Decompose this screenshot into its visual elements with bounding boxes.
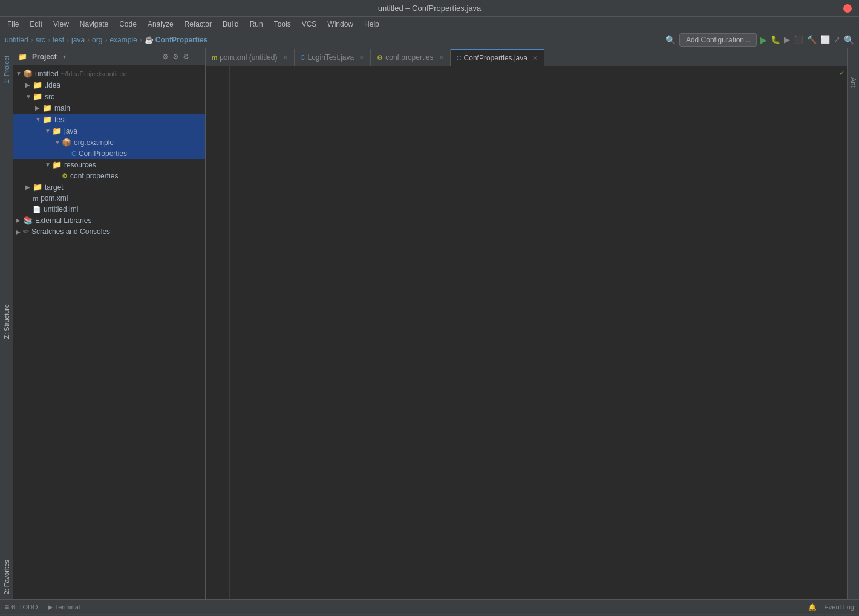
tree-item-scratches[interactable]: ▶ ✏ Scratches and Consoles <box>13 226 205 237</box>
tab-icon-pom: m <box>212 54 217 61</box>
tab-close-pom[interactable]: ✕ <box>283 54 288 62</box>
tab-label-pom: pom.xml (untitled) <box>220 53 277 62</box>
search-everywhere-icon[interactable]: 🔍 <box>665 35 676 45</box>
terminal-label: Terminal <box>55 603 80 611</box>
close-button[interactable] <box>843 4 852 13</box>
menu-navigate[interactable]: Navigate <box>75 19 113 30</box>
menu-build[interactable]: Build <box>218 19 244 30</box>
run-button[interactable]: ▶ <box>760 35 767 45</box>
tree-arrow-idea: ▶ <box>25 82 31 88</box>
tab-close-confproperties[interactable]: ✕ <box>532 54 538 62</box>
tab-logintest[interactable]: C LoginTest.java ✕ <box>295 49 371 66</box>
tree-item-test[interactable]: ▼ 📁 test <box>13 114 205 125</box>
tree-label-conf-properties: conf.properties <box>70 172 118 180</box>
breadcrumb-test[interactable]: test <box>53 36 64 44</box>
project-settings-icon[interactable]: ⚙ <box>172 53 179 61</box>
tree-label-scratches: Scratches and Consoles <box>31 227 110 236</box>
project-panel-icon: 📁 <box>18 53 27 61</box>
project-options-icon[interactable]: ⚙ <box>183 53 189 61</box>
project-sync-icon[interactable]: ⚙ <box>162 53 169 61</box>
sidebar-tab-favorites[interactable]: 2: Favorites <box>2 555 11 599</box>
menu-help[interactable]: Help <box>359 19 384 30</box>
bottom-tab-terminal[interactable]: ▶ Terminal <box>48 603 80 611</box>
tree-arrow-test: ▼ <box>35 116 41 123</box>
code-editor[interactable]: ✓ <box>206 66 847 599</box>
frame-button[interactable]: ⬜ <box>820 35 830 44</box>
menu-file[interactable]: File <box>2 19 24 30</box>
toolbar-right: 🔍 Add Configuration... ▶ 🐛 ▶ ⬛ 🔨 ⬜ ⤢ 🔍 <box>665 33 854 47</box>
fullscreen-button[interactable]: ⤢ <box>834 35 840 44</box>
tree-item-src[interactable]: ▼ 📁 src <box>13 91 205 102</box>
add-configuration-button[interactable]: Add Configuration... <box>679 33 757 47</box>
menu-view[interactable]: View <box>48 19 74 30</box>
code-content[interactable] <box>242 66 837 599</box>
debug-button[interactable]: 🐛 <box>771 35 780 44</box>
menu-run[interactable]: Run <box>245 19 268 30</box>
tree-arrow-external: ▶ <box>16 217 22 224</box>
tree-arrow-target: ▶ <box>25 184 31 190</box>
tree-arrow-java: ▼ <box>45 128 51 134</box>
main-area: 1: Project Z: Structure 2: Favorites 📁 P… <box>0 48 859 599</box>
scratches-icon: ✏ <box>23 227 29 236</box>
tab-conf-properties[interactable]: ⚙ conf.properties ✕ <box>371 49 450 66</box>
menu-window[interactable]: Window <box>322 19 358 30</box>
tab-confproperties[interactable]: C ConfProperties.java ✕ <box>451 49 544 66</box>
menubar: File Edit View Navigate Code Analyze Ref… <box>0 17 859 31</box>
tree-item-iml[interactable]: 📄 untitled.iml <box>13 204 205 215</box>
tree-item-resources[interactable]: ▼ 📁 resources <box>13 159 205 170</box>
title-text: untitled – ConfProperties.java <box>378 4 482 13</box>
menu-refactor[interactable]: Refactor <box>180 19 217 30</box>
coverage-button[interactable]: ▶ <box>784 35 790 44</box>
tree-label-pom: pom.xml <box>41 194 68 203</box>
sidebar-tab-project[interactable]: 1: Project <box>2 51 11 88</box>
build-button[interactable]: 🔨 <box>807 35 817 44</box>
tree-arrow-org-example: ▼ <box>54 139 60 146</box>
project-panel-header: 📁 Project ▾ ⚙ ⚙ ⚙ — <box>13 48 205 65</box>
tree-item-conf-properties[interactable]: ⚙ conf.properties <box>13 170 205 181</box>
breadcrumb-java[interactable]: java <box>71 36 85 44</box>
tree-item-external-libraries[interactable]: ▶ 📚 External Libraries <box>13 215 205 226</box>
event-log-label[interactable]: Event Log <box>824 603 854 611</box>
menu-vcs[interactable]: VCS <box>297 19 322 30</box>
tree-item-untitled[interactable]: ▼ 📦 untitled ~/IdeaProjects/untitled <box>13 68 205 79</box>
breadcrumb-example[interactable]: example <box>109 36 137 44</box>
project-collapse-icon[interactable]: — <box>193 53 200 61</box>
tree-item-java[interactable]: ▼ 📁 java <box>13 125 205 137</box>
tree-label-target: target <box>45 183 64 192</box>
tab-icon-conf: ⚙ <box>377 54 383 62</box>
terminal-icon: ▶ <box>48 603 53 611</box>
breadcrumb-untitled[interactable]: untitled <box>5 36 28 44</box>
folder-main-icon: 📁 <box>42 103 52 112</box>
event-log-icon: 🔔 <box>808 603 817 611</box>
tree-item-target[interactable]: ▶ 📁 target <box>13 181 205 193</box>
tree-item-confproperties[interactable]: C ConfProperties <box>13 148 205 159</box>
folder-java-icon: 📁 <box>52 126 62 135</box>
right-tab-ant[interactable]: Ant <box>849 73 858 92</box>
breadcrumb-org[interactable]: org <box>92 36 102 44</box>
tree-item-pom[interactable]: m pom.xml <box>13 193 205 204</box>
stop-button[interactable]: ⬛ <box>794 35 803 44</box>
menu-tools[interactable]: Tools <box>269 19 296 30</box>
menu-edit[interactable]: Edit <box>25 19 47 30</box>
project-panel: 📁 Project ▾ ⚙ ⚙ ⚙ — ▼ 📦 untitled ~/IdeaP… <box>13 48 206 599</box>
project-dropdown-icon[interactable]: ▾ <box>63 53 66 60</box>
tab-close-conf[interactable]: ✕ <box>439 54 444 62</box>
bottom-tab-todo[interactable]: ≡ 6: TODO <box>5 603 38 611</box>
tree-item-main[interactable]: ▶ 📁 main <box>13 102 205 114</box>
tree-item-idea[interactable]: ▶ 📁 .idea <box>13 79 205 91</box>
breadcrumb-src[interactable]: src <box>36 36 45 44</box>
tree-label-iml: untitled.iml <box>44 205 78 213</box>
breadcrumb-confproperties[interactable]: ConfProperties <box>155 36 208 44</box>
tree-item-org-example[interactable]: ▼ 📦 org.example <box>13 137 205 148</box>
tab-label-logintest: LoginTest.java <box>308 53 354 62</box>
tree-arrow-main: ▶ <box>35 105 41 111</box>
menu-analyze[interactable]: Analyze <box>143 19 178 30</box>
menu-code[interactable]: Code <box>114 19 142 30</box>
project-panel-title: Project <box>32 53 57 61</box>
tab-close-logintest[interactable]: ✕ <box>359 54 364 62</box>
code-gutter <box>230 66 242 599</box>
global-search-button[interactable]: 🔍 <box>844 35 854 45</box>
tab-pom-xml[interactable]: m pom.xml (untitled) ✕ <box>206 49 295 66</box>
line-numbers <box>206 66 230 599</box>
sidebar-tab-structure[interactable]: Z: Structure <box>2 299 11 343</box>
